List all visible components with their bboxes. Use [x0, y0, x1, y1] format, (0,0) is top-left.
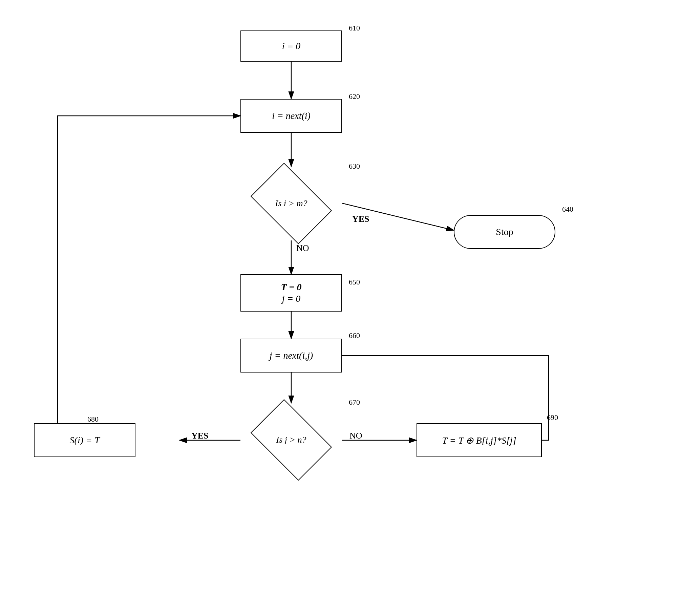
node-630: Is i > m?: [240, 167, 342, 240]
node-640: Stop: [454, 215, 555, 249]
ref-690: 690: [547, 413, 558, 422]
flowchart: i = 0 610 i = next(i) 620 Is i > m? 630 …: [0, 0, 681, 616]
node-650: T = 0 j = 0: [240, 274, 342, 312]
node-670: Is j > n?: [240, 403, 342, 477]
node-620: i = next(i): [240, 99, 342, 133]
yes-label-670: YES: [191, 431, 209, 441]
ref-610: 610: [349, 24, 360, 33]
ref-670: 670: [349, 398, 360, 407]
ref-640: 640: [562, 205, 573, 214]
ref-650: 650: [349, 278, 360, 286]
ref-660: 660: [349, 331, 360, 340]
ref-620: 620: [349, 92, 360, 101]
ref-630: 630: [349, 162, 360, 171]
node-690: T = T ⊕ B[i,j]*S[j]: [417, 423, 542, 457]
ref-680: 680: [87, 415, 99, 424]
node-660: j = next(i,j): [240, 339, 342, 373]
no-label-670: NO: [349, 431, 362, 441]
no-label-630: NO: [296, 243, 309, 253]
yes-label-630: YES: [352, 214, 369, 224]
node-680: S(i) = T: [34, 423, 135, 457]
node-610: i = 0: [240, 30, 342, 62]
